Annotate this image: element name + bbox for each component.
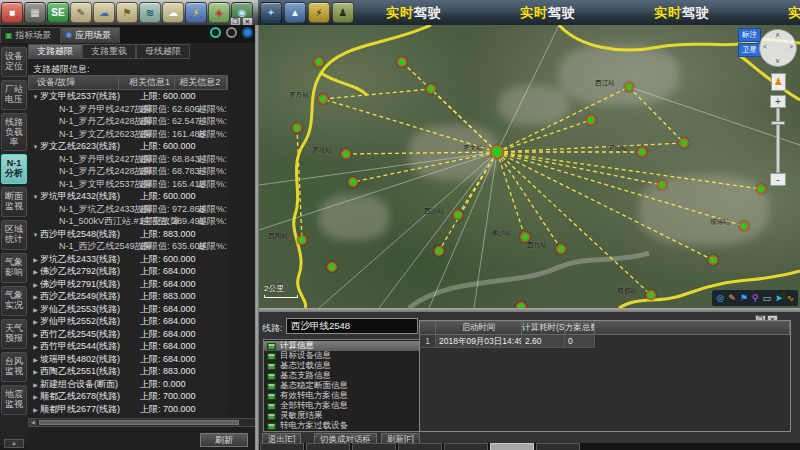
network-icon[interactable]: ✦ — [260, 2, 282, 23]
pan-up-icon[interactable]: ∧ — [775, 31, 780, 39]
pan-left-icon[interactable]: < — [763, 43, 767, 50]
subtab-支路重载[interactable]: 支路重载 — [82, 44, 136, 59]
sidebar-scroll-up[interactable]: ▲ — [4, 439, 24, 448]
table-row[interactable]: ▶西陶乙线2551(线路)上限: 883.000 — [28, 365, 228, 378]
table-row[interactable]: ▼罗文乙线2623(线路)上限: 600.000 — [28, 140, 228, 153]
station-marker[interactable] — [327, 262, 337, 272]
table-row[interactable]: ▼罗文甲线2537(线路)上限: 600.000 — [28, 90, 228, 103]
expand-icon[interactable]: ▶ — [31, 404, 40, 416]
measure-icon[interactable]: ✎ — [728, 291, 736, 305]
column-header[interactable]: 设备/故障 — [29, 76, 119, 89]
subtab-母线越限[interactable]: 母线越限 — [136, 44, 190, 59]
sidebar-item-天气预报[interactable]: 天气预报 — [1, 319, 27, 349]
table-row[interactable]: N-1_西沙乙线2549故障越限值: 635.609越限%: 71.9 — [28, 240, 228, 253]
flag-icon[interactable]: ⚑ — [740, 291, 748, 305]
table-row[interactable]: ▶顺都乙线2678(线路)上限: 700.000 — [28, 390, 228, 403]
table-row[interactable]: ▶西竹乙线2545(线路)上限: 684.000 — [28, 328, 228, 341]
surveyor-icon[interactable]: ⚑ — [116, 2, 138, 23]
operator-icon[interactable]: ♟ — [332, 2, 354, 23]
cloud-icon[interactable]: ☁ — [162, 2, 184, 23]
flash-icon[interactable]: ⚡ — [308, 2, 330, 23]
table-row[interactable]: ▶新建组合设备(断面)上限: 0.000 — [28, 378, 228, 391]
sidebar-item-断面监视[interactable]: 断面监视 — [1, 187, 27, 217]
station-marker[interactable] — [314, 57, 324, 67]
table-row[interactable]: N-1_罗文甲线2537故障越限值: 165.412越限%: 27.5 — [28, 178, 228, 191]
pause-button[interactable] — [226, 27, 237, 38]
compass-icon[interactable]: ◎ — [716, 291, 724, 305]
horizontal-scrollbar[interactable]: ◀ ▶ — [28, 418, 265, 427]
table-row[interactable]: ▶罗仙甲线2552(线路)上限: 684.000 — [28, 315, 228, 328]
line-input[interactable] — [286, 318, 418, 334]
table-row[interactable]: ▶西竹甲线2544(线路)上限: 684.000 — [28, 340, 228, 353]
station-marker[interactable] — [756, 184, 766, 194]
zoom-out-button[interactable]: - — [770, 173, 786, 186]
streetview-icon[interactable]: ♟ — [771, 73, 786, 91]
sidebar-item-气象实况[interactable]: 气象实况 — [1, 286, 27, 316]
station-marker[interactable] — [434, 246, 444, 256]
zoom-slider[interactable] — [776, 108, 780, 173]
table-row[interactable]: ▶坡瑶甲线4802(线路)上限: 684.000 — [28, 353, 228, 366]
calc-column-header[interactable]: 计算耗时(S) — [522, 321, 565, 335]
calc-column-header[interactable]: 启动时间 — [436, 321, 522, 335]
station-marker[interactable] — [657, 180, 667, 190]
scroll-left-icon[interactable]: ◀ — [29, 419, 37, 426]
table-row[interactable]: ▶佛沙甲线2791(线路)上限: 684.000 — [28, 278, 228, 291]
drive-tab-1[interactable]: 实时驾驶 — [386, 4, 442, 22]
table-row[interactable]: ▶西沙乙线2549(线路)上限: 883.000 — [28, 290, 228, 303]
table-row[interactable]: ▶佛沙乙线2792(线路)上限: 684.000 — [28, 265, 228, 278]
pan-down-icon[interactable]: ∨ — [775, 57, 780, 65]
sidebar-item-气象影响[interactable]: 气象影响 — [1, 253, 27, 283]
map-pan-control[interactable]: ∧ ∨ < > — [759, 29, 797, 67]
table-row[interactable]: N-1_500kV西江站.#1主变故障越限值: 289.491越限%: 48.2 — [28, 215, 228, 228]
table-row[interactable]: N-1_罗坑乙线2433故障越限值: 972.863越限%: 162 — [28, 203, 228, 216]
station-marker[interactable] — [348, 177, 358, 187]
scada-icon[interactable]: ▦ — [24, 2, 46, 23]
drive-tab-3[interactable]: 实时驾驶 — [654, 4, 710, 22]
bottom-tab[interactable] — [352, 443, 396, 450]
table-row[interactable]: ▶罗坑乙线2433(线路)上限: 600.000 — [28, 253, 228, 266]
pan-right-icon[interactable]: > — [789, 43, 793, 50]
waves-icon[interactable]: ≋ — [139, 2, 161, 23]
station-marker[interactable] — [679, 138, 689, 148]
table-row[interactable]: N-1_罗丹甲线2427故障越限值: 68.843越限%: 11.4 — [28, 153, 228, 166]
column-header[interactable]: 相关信息1 — [119, 76, 175, 89]
zoom-slider-knob[interactable] — [771, 121, 785, 125]
layers-close-icon[interactable]: ◈ — [208, 2, 230, 23]
subtab-支路越限[interactable]: 支路越限 — [28, 44, 82, 59]
sidebar-item-厂站电压[interactable]: 厂站电压 — [1, 80, 27, 110]
bottom-tab[interactable] — [306, 443, 350, 450]
forward-button[interactable] — [242, 27, 253, 38]
scroll-thumb-h[interactable] — [39, 420, 239, 425]
station-marker[interactable] — [426, 84, 436, 94]
sidebar-item-N-1分析[interactable]: N-1分析 — [1, 154, 27, 184]
sidebar-item-设备定位[interactable]: 设备定位 — [1, 47, 27, 77]
tag-icon[interactable]: ✎ — [70, 2, 92, 23]
station-marker[interactable] — [292, 123, 302, 133]
column-header[interactable]: 相关信息2 — [175, 76, 227, 89]
station-marker[interactable] — [586, 115, 596, 125]
sidebar-item-线路负载率[interactable]: 线路负载率 — [1, 113, 27, 151]
sidebar-item-区域统计[interactable]: 区域统计 — [1, 220, 27, 250]
station-marker[interactable] — [397, 57, 407, 67]
table-row[interactable]: N-1_罗丹乙线2428故障越限值: 68.783越限%: 11.4 — [28, 165, 228, 178]
station-marker[interactable] — [708, 255, 718, 265]
bottom-tab[interactable] — [490, 443, 534, 450]
drive-tab-4[interactable]: 实时驾驶 — [788, 4, 800, 22]
satellite-map[interactable]: 罗文站罗丹站罗坑站西陶站西沙站佛沙站西江站罗仙站西竹站顺都站坡瑶站 标注卫星 ∧… — [259, 25, 800, 308]
tab-application-scene[interactable]: ✱应用场景 — [61, 27, 121, 43]
bottom-tab[interactable] — [536, 443, 580, 450]
drive-tab-2[interactable]: 实时驾驶 — [520, 4, 576, 22]
map-layer-button[interactable]: 卫星 — [738, 43, 761, 57]
table-row[interactable]: ▶顺都甲线2677(线路)上限: 700.000 — [28, 403, 228, 416]
map-layer-button[interactable]: 标注 — [738, 28, 761, 42]
navigate-icon[interactable]: ➤ — [775, 291, 783, 305]
polyline-icon[interactable]: ∿ — [786, 291, 794, 305]
terrain-icon[interactable]: ▲ — [284, 2, 306, 23]
lightning-icon[interactable]: ⚡ — [185, 2, 207, 23]
bottom-tab[interactable] — [444, 443, 488, 450]
zoom-in-button[interactable]: + — [770, 95, 786, 108]
refresh-button[interactable]: 刷新 — [200, 433, 248, 447]
calc-column-header[interactable] — [420, 321, 436, 335]
calc-column-header[interactable]: 方案总数 — [565, 321, 595, 335]
tab-indicator-scene[interactable]: ▣指标场景 — [0, 27, 61, 43]
